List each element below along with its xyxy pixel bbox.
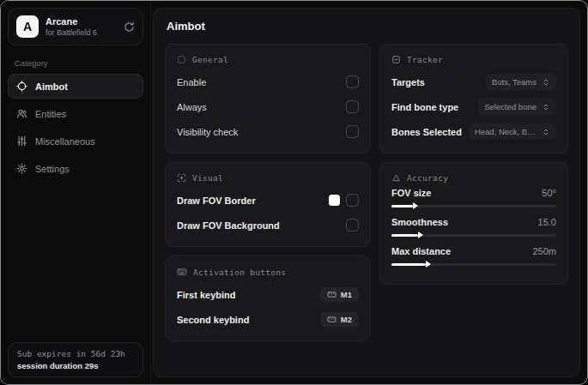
sidebar-item-label: Entities [35, 109, 66, 119]
gear-icon [16, 163, 27, 174]
entities-icon [16, 108, 27, 119]
sidebar-item-miscellaneous[interactable]: Miscellaneous [8, 129, 143, 153]
category-label: Category [15, 58, 136, 68]
chevrons-up-down-icon [542, 103, 550, 111]
accuracy-card: Accuracy FOV size 50° Smoothness [379, 162, 568, 285]
mouse-keyboard-icon [327, 315, 336, 324]
slider-fill [391, 263, 426, 266]
app-subtitle: for Battlefield 6 [45, 28, 97, 37]
draw-fov-background-checkbox[interactable] [346, 219, 359, 232]
refresh-icon[interactable] [124, 21, 135, 33]
setting-row-always: Always [177, 94, 359, 119]
arcane-window: A Arcane for Battlefield 6 Category [0, 0, 588, 385]
app-header-card: A Arcane for Battlefield 6 [8, 8, 143, 45]
enable-checkbox[interactable] [346, 75, 359, 88]
main-panel: Aimbot General Enable [153, 8, 580, 377]
general-card: General Enable Always Visibility check [165, 44, 371, 153]
find-bone-type-select[interactable]: Selected bone [478, 99, 556, 115]
session-duration-text: session duration 29s [17, 361, 134, 370]
draw-fov-border-checkbox[interactable] [346, 194, 359, 207]
sliders-icon [16, 135, 27, 147]
visual-card: Visual Draw FOV Border Draw FOV Backgrou… [165, 162, 371, 247]
accuracy-card-title: Accuracy [391, 173, 556, 183]
setting-row-bones-selected: Bones Selected Head, Neck, Body, Pe.. [391, 119, 556, 144]
triangle-icon [391, 173, 401, 183]
bones-selected-select[interactable]: Head, Neck, Body, Pe.. [469, 123, 556, 140]
fov-border-color-swatch[interactable] [329, 195, 340, 206]
sidebar: A Arcane for Battlefield 6 Category [1, 1, 151, 384]
slider-fill [391, 205, 413, 208]
first-keybind-button[interactable]: M1 [320, 287, 359, 302]
targets-select[interactable]: Bots, Teams [486, 74, 556, 90]
activation-buttons-card: Activation buttons First keybind M1 [165, 256, 371, 341]
smoothness-value: 15.0 [538, 217, 556, 227]
sidebar-item-label: Aimbot [35, 81, 68, 92]
crosshair-icon [16, 81, 27, 92]
general-card-title: General [177, 55, 359, 64]
max-distance-value: 250m [532, 246, 556, 256]
sidebar-item-label: Settings [35, 164, 70, 174]
sidebar-item-settings[interactable]: Settings [8, 156, 143, 181]
setting-row-draw-fov-border: Draw FOV Border [177, 188, 359, 213]
page-title: Aimbot [167, 20, 567, 33]
setting-row-smoothness: Smoothness 15.0 [391, 217, 556, 237]
app-meta: Arcane for Battlefield 6 [45, 16, 97, 37]
focus-icon [177, 173, 186, 183]
setting-row-enable: Enable [177, 69, 359, 94]
grid-icon [177, 55, 186, 64]
setting-row-first-keybind: First keybind M1 [177, 282, 359, 307]
setting-row-second-keybind: Second keybind M2 [177, 307, 359, 332]
app-name: Arcane [45, 16, 97, 27]
frame-minus-icon [391, 55, 401, 64]
setting-row-find-bone-type: Find bone type Selected bone [391, 94, 556, 119]
chevrons-up-down-icon [542, 78, 550, 87]
sidebar-item-label: Miscellaneous [35, 136, 95, 147]
app-logo: A [16, 15, 39, 38]
slider-fill [391, 234, 418, 237]
sidebar-item-aimbot[interactable]: Aimbot [8, 74, 143, 99]
keyboard-icon [177, 267, 187, 277]
activation-card-title: Activation buttons [177, 267, 359, 277]
visibility-check-checkbox[interactable] [346, 125, 359, 138]
mouse-keyboard-icon [327, 290, 336, 299]
setting-row-fov-size: FOV size 50° [391, 188, 556, 208]
sidebar-item-entities[interactable]: Entities [8, 101, 143, 126]
fov-size-value: 50° [542, 188, 556, 198]
always-checkbox[interactable] [346, 100, 359, 113]
sub-expires-text: Sub expires in 56d 23h [17, 349, 134, 358]
setting-row-draw-fov-background: Draw FOV Background [177, 213, 359, 238]
setting-row-targets: Targets Bots, Teams [391, 69, 556, 94]
second-keybind-button[interactable]: M2 [320, 312, 359, 327]
tracker-card-title: Tracker [391, 55, 556, 64]
tracker-card: Tracker Targets Bots, Teams [379, 44, 568, 153]
setting-row-max-distance: Max distance 250m [391, 246, 556, 266]
chevrons-up-down-icon [542, 128, 550, 136]
smoothness-slider[interactable] [391, 234, 556, 237]
max-distance-slider[interactable] [391, 263, 556, 266]
subscription-info-card: Sub expires in 56d 23h session duration … [8, 342, 143, 377]
setting-row-visibility-check: Visibility check [177, 119, 359, 144]
visual-card-title: Visual [177, 173, 359, 183]
fov-size-slider[interactable] [391, 205, 556, 208]
